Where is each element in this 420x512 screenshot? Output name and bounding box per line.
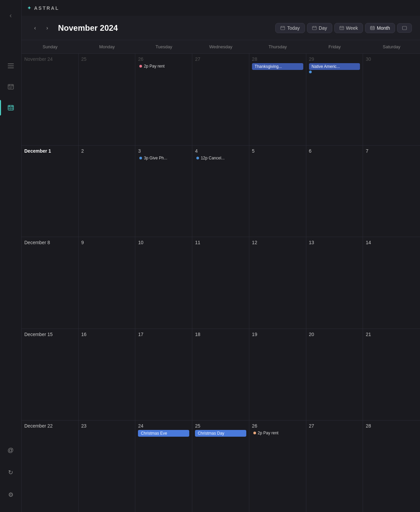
day-number: 29 [309,56,360,62]
day-number: 28 [252,56,303,62]
month-icon [370,26,375,30]
day-cell-dec17[interactable]: 17 [135,329,192,420]
svg-rect-20 [312,26,316,30]
event-dot-blue [309,71,312,73]
sidebar-bottom: @ ↻ ⚙ [4,441,17,512]
day-label: Day [319,25,327,31]
day-number: 3 [138,148,189,154]
next-month-button[interactable]: › [42,23,53,33]
today-button[interactable]: Today [275,23,305,33]
event-dot-peach [253,432,256,434]
day-cell-dec19[interactable]: 19 [249,329,306,420]
day-cell-dec20[interactable]: 20 [306,329,363,420]
day-view-button[interactable]: Day [307,23,332,33]
day-cell-dec3[interactable]: 3 3p Give Ph... [135,146,192,237]
day-number: December 8 [24,240,76,245]
day-cell-dec8[interactable]: December 8 [22,237,79,329]
event-label: 2p Pay rent [258,431,278,435]
day-number: December 22 [24,423,76,429]
day-number: 20 [309,332,360,337]
week-icon [339,26,344,30]
day-number: 23 [81,423,133,429]
day-cell-nov29[interactable]: 29 Native Americ... [306,54,363,145]
sidebar-settings-button[interactable]: ⚙ [4,486,17,504]
prev-month-button[interactable]: ‹ [30,23,40,33]
day-cell-dec23[interactable]: 23 [79,420,136,512]
day-number: 9 [81,240,133,245]
day-cell-dec13[interactable]: 13 [306,237,363,329]
day-cell-nov28[interactable]: 28 Thanksgiving... [249,54,306,145]
more-views-button[interactable] [397,23,412,33]
sidebar-calendar-list-button[interactable] [0,78,21,96]
day-cell-dec10[interactable]: 10 [135,237,192,329]
event-give-phone[interactable]: 3p Give Ph... [138,155,189,161]
svg-rect-2 [8,68,14,68]
day-cell-dec16[interactable]: 16 [79,329,136,420]
day-cell-dec26[interactable]: 26 2p Pay rent [249,420,306,512]
svg-rect-16 [281,26,285,30]
sidebar-refresh-button[interactable]: ↻ [4,463,17,482]
day-cell-dec22[interactable]: December 22 [22,420,79,512]
day-cell-dec27[interactable]: 27 [306,420,363,512]
toolbar: ‹ › November 2024 Today [22,16,420,40]
sidebar-calendar-grid-button[interactable] [0,99,21,117]
day-cell-dec12[interactable]: 12 [249,237,306,329]
event-christmas-eve[interactable]: Christmas Eve [138,430,189,437]
svg-rect-1 [8,66,14,66]
day-cell-dec2[interactable]: 2 [79,146,136,237]
event-cancel[interactable]: 12p Cancel... [195,155,246,161]
week-row: December 15 16 17 18 19 20 21 [22,329,420,421]
day-cell-dec5[interactable]: 5 [249,146,306,237]
calendar-main: ✦ ASTRAL ‹ › November 2024 [22,0,420,512]
svg-rect-9 [8,105,13,110]
back-button[interactable]: ‹ [0,6,21,24]
more-icon [402,26,407,30]
day-number: 6 [309,148,360,154]
day-number: 2 [81,148,133,154]
event-dot-pink [139,65,142,68]
app-logo: ✦ ASTRAL [27,5,59,11]
day-cell-dec11[interactable]: 11 [192,237,249,329]
event-thanksgiving[interactable]: Thanksgiving... [252,63,303,70]
day-cell-nov27[interactable]: 27 [192,54,249,145]
day-cell-nov25[interactable]: 25 [79,54,136,145]
app-logo-icon: ✦ [27,5,31,11]
sidebar-top [0,54,21,117]
event-christmas-day[interactable]: Christmas Day [195,430,246,437]
day-cell-dec6[interactable]: 6 [306,146,363,237]
day-number: December 15 [24,332,76,337]
sidebar-menu-button[interactable] [0,57,21,75]
day-number: 26 [138,56,189,62]
day-cell-dec7[interactable]: 7 [363,146,420,237]
week-label: Week [346,25,358,31]
day-cell-dec14[interactable]: 14 [363,237,420,329]
day-cell-nov30[interactable]: 30 [363,54,420,145]
day-cell-nov24[interactable]: November 24 [22,54,79,145]
event-pay-rent-nov26[interactable]: 2p Pay rent [138,63,189,69]
day-number: 16 [81,332,133,337]
day-cell-dec15[interactable]: December 15 [22,329,79,420]
event-label: 2p Pay rent [144,64,164,69]
day-cell-dec24[interactable]: 24 Christmas Eve [135,420,192,512]
week-row: December 22 23 24 Christmas Eve 25 Chris… [22,420,420,512]
day-cell-dec9[interactable]: 9 [79,237,136,329]
month-view-button[interactable]: Month [365,23,395,33]
day-cell-dec28[interactable]: 28 [363,420,420,512]
day-wednesday: Wednesday [192,40,249,53]
nav-arrows: ‹ › [30,23,53,33]
day-cell-dec25[interactable]: 25 Christmas Day [192,420,249,512]
day-cell-dec18[interactable]: 18 [192,329,249,420]
event-native-american[interactable]: Native Americ... [309,63,360,70]
app-name: ASTRAL [34,5,59,11]
sidebar-at-button[interactable]: @ [4,441,17,459]
week-row: December 1 2 3 3p Give Ph... 4 12 [22,146,420,237]
day-cell-dec21[interactable]: 21 [363,329,420,420]
week-view-button[interactable]: Week [334,23,363,33]
left-sidebar: ‹ [0,0,22,512]
day-cell-dec4[interactable]: 4 12p Cancel... [192,146,249,237]
day-number: 19 [252,332,303,337]
day-cell-dec1[interactable]: December 1 [22,146,79,237]
event-pay-rent-dec26[interactable]: 2p Pay rent [252,430,303,436]
day-cell-nov26[interactable]: 26 2p Pay rent [135,54,192,145]
day-number: 14 [366,240,417,245]
